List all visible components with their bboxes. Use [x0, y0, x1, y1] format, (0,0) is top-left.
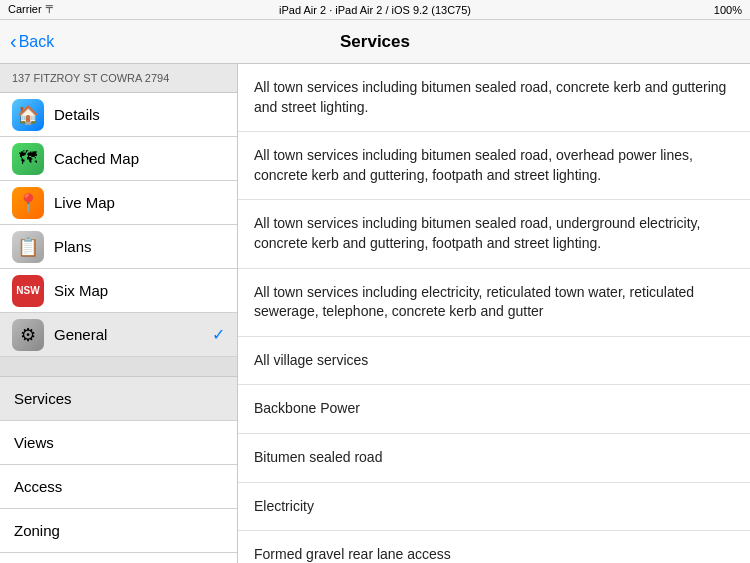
- sidebar: 137 FITZROY ST COWRA 2794 Details Cached…: [0, 64, 238, 563]
- sidebar-item-six-map[interactable]: NSW Six Map: [0, 269, 237, 313]
- sidebar-item-services[interactable]: Services: [0, 377, 237, 421]
- status-bar: Carrier 〒 iPad Air 2 · iPad Air 2 / iOS …: [0, 0, 750, 20]
- sidebar-item-views[interactable]: Views: [0, 421, 237, 465]
- sidebar-item-access[interactable]: Access: [0, 465, 237, 509]
- sidebar-item-zoning[interactable]: Zoning: [0, 509, 237, 553]
- content-area: All town services including bitumen seal…: [238, 64, 750, 563]
- sidebar-divider: [0, 357, 237, 377]
- sidebar-item-general[interactable]: General ✓: [0, 313, 237, 357]
- back-label: Back: [19, 33, 55, 51]
- services-label: Services: [14, 390, 72, 407]
- list-item: Electricity: [238, 483, 750, 532]
- list-item: All town services including bitumen seal…: [238, 132, 750, 200]
- sidebar-item-details[interactable]: Details: [0, 93, 237, 137]
- six-map-label: Six Map: [54, 282, 225, 299]
- battery-label: 100%: [714, 4, 742, 16]
- six-map-icon: NSW: [12, 275, 44, 307]
- sidebar-address: 137 FITZROY ST COWRA 2794: [0, 64, 237, 93]
- live-map-icon: [12, 187, 44, 219]
- list-item: Formed gravel rear lane access: [238, 531, 750, 563]
- list-item: All town services including bitumen seal…: [238, 64, 750, 132]
- main-layout: 137 FITZROY ST COWRA 2794 Details Cached…: [0, 64, 750, 563]
- sidebar-item-live-map[interactable]: Live Map: [0, 181, 237, 225]
- views-label: Views: [14, 434, 54, 451]
- cached-map-icon: [12, 143, 44, 175]
- status-bar-title: iPad Air 2 · iPad Air 2 / iOS 9.2 (13C75…: [279, 4, 471, 16]
- general-icon: [12, 319, 44, 351]
- live-map-label: Live Map: [54, 194, 225, 211]
- zoning-label: Zoning: [14, 522, 60, 539]
- list-item: All town services including electricity,…: [238, 269, 750, 337]
- cached-map-label: Cached Map: [54, 150, 225, 167]
- list-item: All village services: [238, 337, 750, 386]
- sidebar-item-cached-map[interactable]: Cached Map: [0, 137, 237, 181]
- back-button[interactable]: ‹Back: [0, 30, 54, 53]
- access-label: Access: [14, 478, 62, 495]
- carrier-label: Carrier 〒: [8, 2, 56, 17]
- list-item: Backbone Power: [238, 385, 750, 434]
- details-icon: [12, 99, 44, 131]
- general-label: General: [54, 326, 212, 343]
- sidebar-item-topography[interactable]: Topography: [0, 553, 237, 563]
- plans-icon: [12, 231, 44, 263]
- nav-title: Services: [340, 32, 410, 52]
- checkmark-icon: ✓: [212, 325, 225, 344]
- services-list: All town services including bitumen seal…: [238, 64, 750, 563]
- top-nav-bar: ‹BackServices: [0, 20, 750, 64]
- plans-label: Plans: [54, 238, 225, 255]
- sidebar-item-plans[interactable]: Plans: [0, 225, 237, 269]
- list-item: All town services including bitumen seal…: [238, 200, 750, 268]
- list-item: Bitumen sealed road: [238, 434, 750, 483]
- details-label: Details: [54, 106, 225, 123]
